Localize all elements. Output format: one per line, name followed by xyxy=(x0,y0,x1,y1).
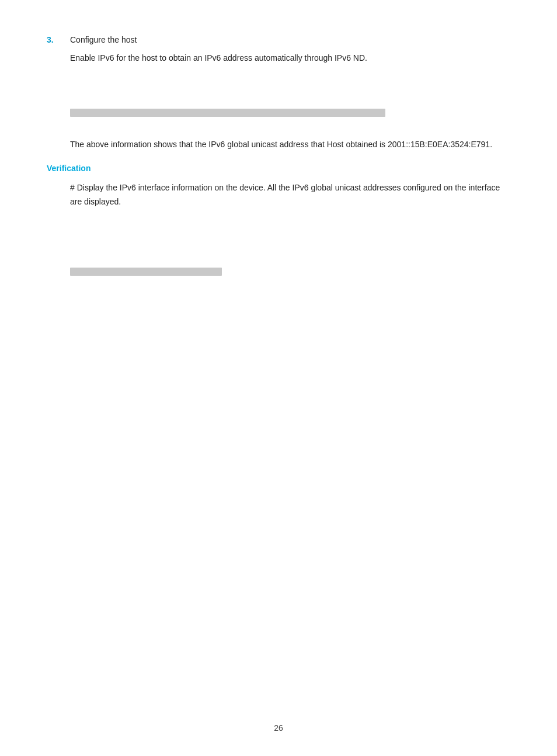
code-block-host-config xyxy=(70,109,385,117)
verification-description: # Display the IPv6 interface information… xyxy=(70,181,510,209)
spacer-3 xyxy=(47,221,510,268)
verification-heading: Verification xyxy=(47,164,510,173)
verification-section: Verification # Display the IPv6 interfac… xyxy=(47,164,510,209)
step-label-3: Configure the host xyxy=(70,35,137,44)
spacer-1 xyxy=(47,74,510,109)
spacer-2 xyxy=(47,126,510,138)
step-description-3: Enable IPv6 for the host to obtain an IP… xyxy=(70,51,510,64)
page-container: 3. Configure the host Enable IPv6 for th… xyxy=(0,0,557,756)
step-number-3: 3. xyxy=(47,35,64,44)
page-number: 26 xyxy=(274,723,283,733)
info-paragraph: The above information shows that the IPv… xyxy=(70,138,510,152)
code-block-verification xyxy=(70,268,222,276)
step-3-container: 3. Configure the host xyxy=(47,35,510,44)
info-text-content: The above information shows that the IPv… xyxy=(70,140,492,149)
